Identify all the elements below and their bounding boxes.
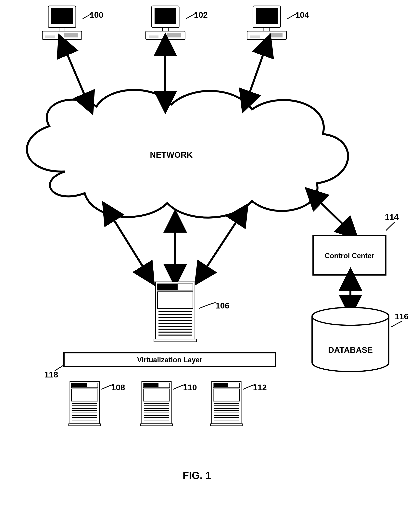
network-cloud: NETWORK — [27, 90, 348, 218]
virtualization-label: Virtualization Layer — [137, 356, 202, 364]
svg-line-35 — [246, 44, 267, 102]
svg-line-39 — [313, 195, 350, 232]
figure-1-diagram: 100 102 104 NETWORK 106 Control Center 1… — [0, 0, 416, 532]
control-center-label: Control Center — [325, 252, 374, 260]
svg-point-42 — [312, 307, 389, 325]
figure-caption: FIG. 1 — [183, 470, 211, 481]
server-b — [141, 381, 172, 426]
server-main — [154, 282, 197, 342]
ref-108: 108 — [111, 383, 125, 392]
ref-110: 110 — [183, 383, 197, 392]
server-a — [69, 381, 101, 426]
client-pc-3 — [247, 6, 286, 39]
ref-100: 100 — [90, 10, 103, 20]
svg-line-36 — [108, 211, 149, 276]
ref-104: 104 — [295, 10, 309, 20]
ref-114: 114 — [385, 212, 399, 222]
ref-102: 102 — [194, 10, 208, 20]
network-label: NETWORK — [150, 150, 193, 159]
server-c — [210, 381, 242, 426]
client-pc-2 — [146, 6, 185, 39]
ref-106: 106 — [216, 301, 229, 310]
database-cylinder: DATABASE — [312, 307, 389, 372]
ref-116: 116 — [395, 312, 408, 321]
database-label: DATABASE — [328, 345, 373, 355]
ref-118: 118 — [44, 370, 58, 379]
svg-line-33 — [63, 44, 89, 104]
svg-line-38 — [201, 213, 242, 276]
ref-112: 112 — [253, 383, 267, 392]
client-pc-1 — [42, 6, 82, 39]
